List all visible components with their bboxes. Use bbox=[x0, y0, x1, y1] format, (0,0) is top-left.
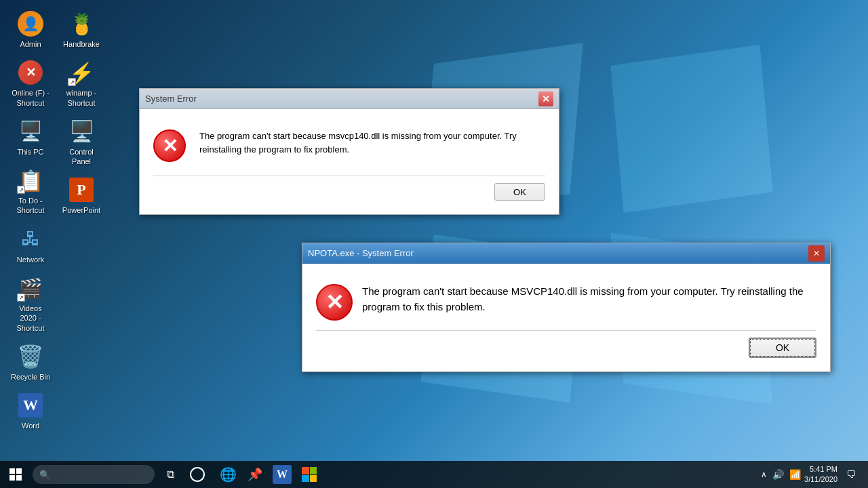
control-panel-label: Control Panel bbox=[61, 147, 102, 167]
handbrake-label: Handbrake bbox=[63, 39, 100, 49]
windows-logo-icon bbox=[9, 468, 22, 481]
error-circle-icon-2: ✕ bbox=[316, 284, 353, 321]
sticky-notes-icon: 📌 bbox=[248, 467, 262, 482]
dialog1-close-button[interactable]: ✕ bbox=[538, 92, 553, 106]
dialog1-titlebar[interactable]: System Error ✕ bbox=[140, 89, 559, 109]
word-taskbar-icon: W bbox=[273, 465, 292, 484]
recycle-bin-label: Recycle Bin bbox=[11, 372, 50, 382]
desktop-icon-winamp[interactable]: ⚡ ↗ winamp - Shortcut bbox=[58, 56, 105, 111]
taskbar-right-tray: ∧ 🔊 📶 5:41 PM 3/11/2020 🗨 bbox=[761, 461, 868, 488]
dialog2-ok-button[interactable]: OK bbox=[749, 338, 816, 358]
cortana-icon bbox=[190, 467, 205, 482]
desktop-icon-handbrake[interactable]: 🍍 Handbrake bbox=[58, 7, 105, 52]
search-icon: 🔍 bbox=[39, 470, 50, 480]
error-circle-icon: ✕ bbox=[153, 129, 186, 162]
system-tray: ∧ 🔊 📶 bbox=[761, 469, 801, 480]
todo-label: To Do - Shortcut bbox=[10, 196, 51, 216]
taskbar-chrome[interactable]: 🌐 bbox=[214, 461, 241, 488]
desktop-icon-recycle-bin[interactable]: 🗑️ Recycle Bin bbox=[7, 340, 54, 385]
dialog2-titlebar[interactable]: NPOTA.exe - System Error ✕ bbox=[302, 243, 830, 264]
taskbar: 🔍 ⧉ 🌐 📌 W bbox=[0, 461, 868, 488]
desktop-icon-todo[interactable]: 📋 ↗ To Do - Shortcut bbox=[7, 163, 54, 219]
admin-icon: 👤 bbox=[17, 10, 44, 37]
taskbar-word[interactable]: W bbox=[269, 461, 296, 488]
taskbar-app-icons: 🌐 📌 W bbox=[211, 461, 761, 488]
network-icon: 🖧 bbox=[17, 226, 44, 253]
network-label: Network bbox=[17, 255, 44, 264]
desktop-icon-thispc[interactable]: 🖥️ This PC bbox=[7, 115, 54, 160]
recycle-bin-icon: 🗑️ bbox=[17, 343, 44, 370]
dialog1-error-icon: ✕ bbox=[153, 129, 186, 162]
desktop-icon-network[interactable]: 🖧 Network bbox=[7, 222, 54, 268]
thispc-label: This PC bbox=[17, 147, 43, 157]
dialog2-error-icon: ✕ bbox=[316, 284, 349, 317]
tray-chevron[interactable]: ∧ bbox=[761, 470, 767, 479]
desktop-icon-videos[interactable]: 🎬 ↗ Videos 2020 - Shortcut bbox=[7, 271, 54, 336]
chrome-icon: 🌐 bbox=[220, 466, 237, 483]
videos-icon: 🎬 ↗ bbox=[17, 274, 44, 302]
dialog1-ok-button[interactable]: OK bbox=[494, 183, 545, 201]
network-tray-icon[interactable]: 📶 bbox=[789, 469, 801, 480]
desktop-icon-control-panel[interactable]: 🖥️ Control Panel bbox=[58, 115, 105, 170]
taskbar-store[interactable] bbox=[296, 461, 323, 488]
powerpoint-label: PowerPoint bbox=[62, 205, 100, 215]
taskbar-search[interactable]: 🔍 bbox=[33, 465, 155, 484]
desktop-icon-word[interactable]: W Word bbox=[7, 388, 54, 434]
dialog2-title: NPOTA.exe - System Error bbox=[308, 248, 808, 258]
desktop-icon-online-f[interactable]: ✕ Online (F) - Shortcut bbox=[7, 56, 54, 111]
npota-system-error-dialog: NPOTA.exe - System Error ✕ ✕ The program… bbox=[302, 243, 831, 372]
dialog1-content: ✕ The program can't start because msvcp1… bbox=[153, 123, 545, 176]
dialog1-body: ✕ The program can't start because msvcp1… bbox=[140, 109, 559, 214]
dialog2-body: ✕ The program can't start because MSVCP1… bbox=[302, 264, 830, 371]
system-clock[interactable]: 5:41 PM 3/11/2020 bbox=[804, 464, 837, 485]
dialog2-content: ✕ The program can't start because MSVCP1… bbox=[316, 277, 816, 330]
desktop-icon-admin[interactable]: 👤 Admin bbox=[7, 7, 54, 52]
desktop-icon-powerpoint[interactable]: P PowerPoint bbox=[58, 173, 105, 218]
dialog2-message: The program can't start because MSVCP140… bbox=[362, 284, 816, 314]
word-label: Word bbox=[22, 421, 39, 430]
desktop-icons-area: 👤 Admin ✕ Online (F) - Shortcut 🖥️ This … bbox=[7, 7, 102, 441]
clock-date: 3/11/2020 bbox=[804, 474, 837, 485]
dialog1-message: The program can't start because msvcp140… bbox=[199, 129, 545, 156]
todo-icon: 📋 ↗ bbox=[17, 167, 44, 194]
clock-time: 5:41 PM bbox=[804, 464, 837, 474]
winamp-icon: ⚡ ↗ bbox=[68, 59, 95, 86]
online-f-label: Online (F) - Shortcut bbox=[10, 88, 51, 108]
dialog2-footer: OK bbox=[316, 330, 816, 361]
system-error-dialog-1: System Error ✕ ✕ The program can't start… bbox=[139, 88, 559, 215]
control-panel-icon: 🖥️ bbox=[68, 118, 95, 145]
task-view-icon: ⧉ bbox=[167, 468, 174, 481]
handbrake-icon: 🍍 bbox=[68, 10, 95, 37]
desktop: 👤 Admin ✕ Online (F) - Shortcut 🖥️ This … bbox=[0, 0, 868, 488]
taskbar-sticky-notes[interactable]: 📌 bbox=[241, 461, 269, 488]
notification-center-button[interactable]: 🗨 bbox=[841, 461, 861, 488]
dialog1-title: System Error bbox=[145, 94, 538, 104]
dialog2-close-button[interactable]: ✕ bbox=[808, 245, 825, 262]
winamp-label: winamp - Shortcut bbox=[61, 88, 102, 108]
store-icon bbox=[302, 467, 317, 482]
cortana-button[interactable] bbox=[184, 461, 211, 488]
volume-icon[interactable]: 🔊 bbox=[772, 469, 784, 480]
online-f-icon: ✕ bbox=[17, 59, 44, 86]
start-button[interactable] bbox=[0, 461, 31, 488]
notification-icon: 🗨 bbox=[846, 469, 856, 480]
word-icon: W bbox=[17, 392, 44, 419]
task-view-button[interactable]: ⧉ bbox=[157, 461, 184, 488]
dialog1-footer: OK bbox=[153, 176, 545, 204]
thispc-icon: 🖥️ bbox=[17, 118, 44, 145]
powerpoint-icon: P bbox=[68, 176, 95, 203]
videos-label: Videos 2020 - Shortcut bbox=[10, 304, 51, 333]
admin-label: Admin bbox=[20, 39, 41, 49]
